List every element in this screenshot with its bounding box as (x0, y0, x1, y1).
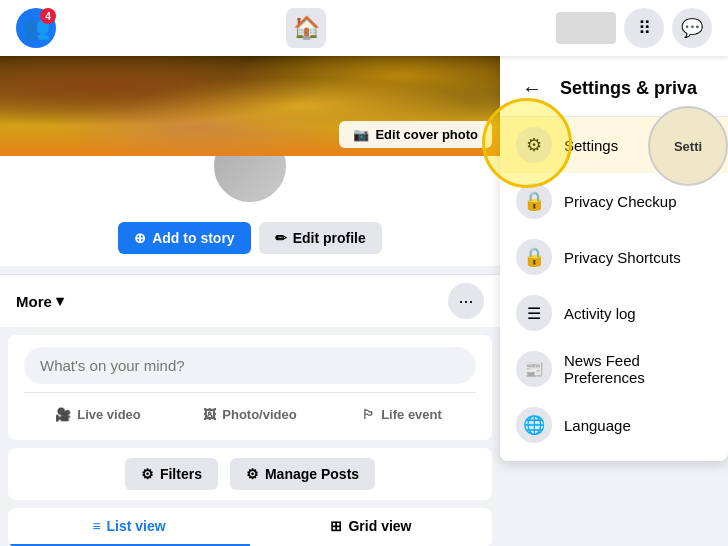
manage-posts-label: Manage Posts (265, 466, 359, 482)
live-video-icon: 🎥 (55, 407, 71, 422)
manage-posts-icon: ⚙ (246, 466, 259, 482)
privacy-checkup-label: Privacy Checkup (564, 193, 677, 210)
language-icon: 🌐 (516, 407, 552, 443)
list-view-icon: ≡ (92, 518, 100, 534)
back-icon: ← (522, 77, 542, 100)
edit-profile-label: Edit profile (293, 230, 366, 246)
edit-cover-label: Edit cover photo (375, 127, 478, 142)
news-feed-label: News Feed Preferences (564, 352, 712, 386)
news-feed-prefs-menu-item[interactable]: 📰 News Feed Preferences (500, 341, 728, 397)
filters-row: ⚙ Filters ⚙ Manage Posts (8, 448, 492, 500)
filters-label: Filters (160, 466, 202, 482)
topbar-center: 🏠 (286, 8, 326, 48)
view-tabs: ≡ List view ⊞ Grid view (8, 508, 492, 546)
dots-icon: ··· (458, 291, 473, 312)
more-label: More (16, 293, 52, 310)
news-feed-icon: 📰 (516, 351, 552, 387)
camera-icon: 📷 (353, 127, 369, 142)
pencil-icon: ✏ (275, 230, 287, 246)
topbar: 👥 4 🏠 ⠿ 💬 (0, 0, 728, 56)
main-content: 📷 Edit cover photo ⊕ Add to story ✏ Edit… (0, 56, 728, 546)
language-menu-item[interactable]: 🌐 Language (500, 397, 728, 453)
profile-section: ⊕ Add to story ✏ Edit profile (0, 156, 500, 266)
grid-menu-icon[interactable]: ⠿ (624, 8, 664, 48)
privacy-shortcuts-label: Privacy Shortcuts (564, 249, 681, 266)
plus-icon: ⊕ (134, 230, 146, 246)
activity-log-label: Activity log (564, 305, 636, 322)
privacy-shortcuts-menu-item[interactable]: 🔒 Privacy Shortcuts (500, 229, 728, 285)
more-options-button[interactable]: ··· (448, 283, 484, 319)
post-options-row: 🎥 Live video 🖼 Photo/video 🏳 Life event (24, 392, 476, 428)
edit-profile-button[interactable]: ✏ Edit profile (259, 222, 382, 254)
left-panel: 📷 Edit cover photo ⊕ Add to story ✏ Edit… (0, 56, 500, 546)
notifications-icon[interactable]: 👥 4 (16, 8, 56, 48)
add-to-story-button[interactable]: ⊕ Add to story (118, 222, 250, 254)
privacy-shortcuts-icon: 🔒 (516, 239, 552, 275)
profile-actions: ⊕ Add to story ✏ Edit profile (118, 222, 382, 254)
whats-on-mind-section: 🎥 Live video 🖼 Photo/video 🏳 Life event (8, 335, 492, 440)
topbar-right: ⠿ 💬 (556, 8, 712, 48)
add-story-label: Add to story (152, 230, 234, 246)
privacy-checkup-menu-item[interactable]: 🔒 Privacy Checkup (500, 173, 728, 229)
settings-menu-icon: ⚙ (516, 127, 552, 163)
whats-on-mind-input[interactable] (24, 347, 476, 384)
dropdown-header: ← Settings & priva (500, 64, 728, 117)
dropdown-title: Settings & priva (560, 78, 697, 99)
life-event-label: Life event (381, 407, 442, 422)
live-video-label: Live video (77, 407, 141, 422)
more-button[interactable]: More ▾ (16, 292, 64, 310)
activity-log-icon: ☰ (516, 295, 552, 331)
edit-cover-photo-button[interactable]: 📷 Edit cover photo (339, 121, 492, 148)
topbar-left: 👥 4 (16, 8, 56, 48)
life-event-button[interactable]: 🏳 Life event (328, 401, 476, 428)
grid-view-icon: ⊞ (330, 518, 342, 534)
more-bar: More ▾ ··· (0, 274, 500, 327)
photo-icon: 🖼 (203, 407, 216, 422)
manage-posts-button[interactable]: ⚙ Manage Posts (230, 458, 375, 490)
life-event-icon: 🏳 (362, 407, 375, 422)
grid-view-tab[interactable]: ⊞ Grid view (250, 508, 492, 546)
list-view-tab[interactable]: ≡ List view (8, 508, 250, 546)
photo-video-button[interactable]: 🖼 Photo/video (176, 401, 324, 428)
privacy-checkup-icon: 🔒 (516, 183, 552, 219)
chevron-down-icon: ▾ (56, 292, 64, 310)
profile-name-blur (556, 12, 616, 44)
right-panel: ← Settings & priva ⚙ Settings 🔒 Privacy … (500, 56, 728, 546)
filters-button[interactable]: ⚙ Filters (125, 458, 218, 490)
back-button[interactable]: ← (516, 72, 548, 104)
grid-view-label: Grid view (348, 518, 411, 534)
messenger-icon[interactable]: 💬 (672, 8, 712, 48)
photo-video-label: Photo/video (222, 407, 296, 422)
settings-dropdown: ← Settings & priva ⚙ Settings 🔒 Privacy … (500, 56, 728, 461)
list-view-label: List view (107, 518, 166, 534)
filter-icon: ⚙ (141, 466, 154, 482)
live-video-button[interactable]: 🎥 Live video (24, 401, 172, 428)
activity-log-menu-item[interactable]: ☰ Activity log (500, 285, 728, 341)
settings-label: Settings (564, 137, 618, 154)
language-label: Language (564, 417, 631, 434)
cover-photo-area: 📷 Edit cover photo (0, 56, 500, 156)
notification-badge: 4 (40, 8, 56, 24)
home-icon[interactable]: 🏠 (286, 8, 326, 48)
settings-menu-item[interactable]: ⚙ Settings (500, 117, 728, 173)
